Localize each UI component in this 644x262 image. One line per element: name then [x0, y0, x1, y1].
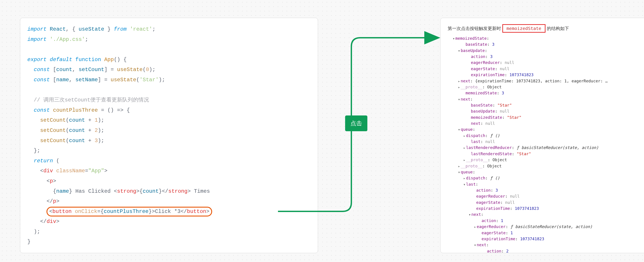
tree-row[interactable]: baseUpdate: null: [448, 108, 644, 114]
tree-row[interactable]: dispatch: ƒ (): [448, 175, 644, 181]
tree-row[interactable]: next:: [448, 211, 644, 217]
tree-row[interactable]: baseState: 3: [448, 41, 644, 47]
tree-row[interactable]: eagerReducer: null: [448, 193, 644, 199]
tree-row[interactable]: baseUpdate:: [448, 47, 644, 53]
object-tree: memoizedState: baseState: 3baseUpdate: a…: [448, 35, 644, 254]
tree-row[interactable]: memoizedState: 3: [448, 90, 644, 96]
tree-row[interactable]: eagerState: null: [448, 66, 644, 72]
state-panel: 第一次点击按钮触发更新时 memoizedState 的结构如下 memoize…: [440, 18, 644, 253]
tree-row[interactable]: __proto__: Object: [448, 163, 644, 169]
tree-row[interactable]: next:: [448, 96, 644, 102]
code-panel: import React, { useState } from 'react';…: [20, 18, 318, 253]
tree-row[interactable]: lastRenderedReducer: ƒ basicStateReducer…: [448, 144, 644, 150]
tree-row[interactable]: action: 3: [448, 187, 644, 193]
tree-row[interactable]: baseState: "Star": [448, 102, 644, 108]
header-prefix: 第一次点击按钮触发更新时: [448, 26, 501, 31]
tree-row[interactable]: memoizedState: "Star": [448, 114, 644, 120]
tree-row[interactable]: action: 3: [448, 53, 644, 59]
tree-row[interactable]: queue:: [448, 169, 644, 175]
code-block: import React, { useState } from 'react';…: [27, 24, 311, 247]
tree-row[interactable]: lastRenderedState: "Star": [448, 151, 644, 157]
tree-row[interactable]: eagerReducer: null: [448, 59, 644, 65]
tree-row[interactable]: action: 1: [448, 218, 644, 224]
tree-row[interactable]: memoizedState:: [448, 35, 644, 41]
tree-row[interactable]: eagerState: 1: [448, 230, 644, 236]
tree-row[interactable]: expirationTime: 1073741823: [448, 205, 644, 211]
button-line-highlight: <button onClick={countPlusThree}>Click *…: [46, 207, 212, 217]
tree-row[interactable]: last:: [448, 181, 644, 187]
tree-row[interactable]: queue:: [448, 126, 644, 132]
tree-row[interactable]: expirationTime: 1073741823: [448, 72, 644, 78]
tree-row[interactable]: eagerState: null: [448, 199, 644, 205]
click-badge: 点击: [345, 116, 367, 131]
tree-row[interactable]: next: {expirationTime: 1073741823, actio…: [448, 78, 644, 84]
tree-row[interactable]: next:: [448, 242, 644, 248]
memoized-state-highlight: memoizedState: [502, 24, 546, 33]
tree-row[interactable]: last: null: [448, 138, 644, 144]
tree-row[interactable]: next: null: [448, 120, 644, 126]
tree-row[interactable]: __proto__: Object: [448, 157, 644, 163]
tree-row[interactable]: action: 2: [448, 248, 644, 254]
tree-row[interactable]: expirationTime: 1073741823: [448, 236, 644, 242]
tree-row[interactable]: dispatch: ƒ (): [448, 132, 644, 138]
tree-row[interactable]: __proto__: Object: [448, 84, 644, 90]
tree-row[interactable]: eagerReducer: ƒ basicStateReducer(state,…: [448, 224, 644, 230]
header-suffix: 的结构如下: [547, 26, 569, 31]
state-header: 第一次点击按钮触发更新时 memoizedState 的结构如下: [448, 24, 644, 33]
